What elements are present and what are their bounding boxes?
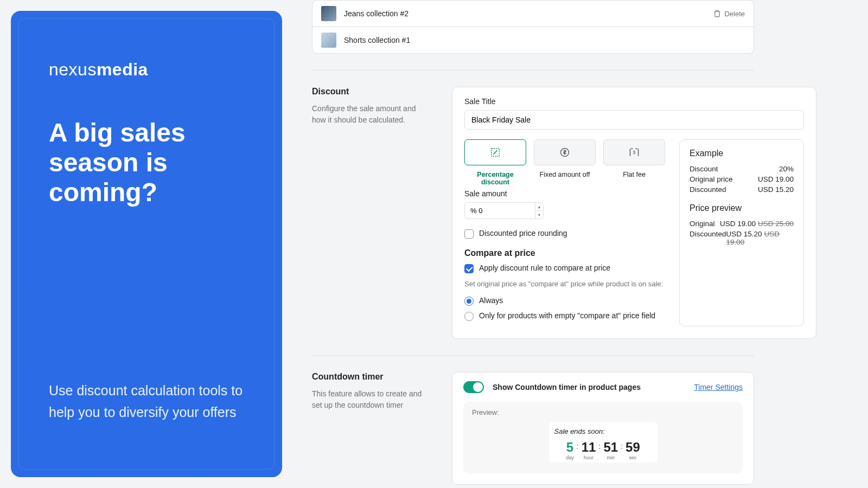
sale-title-label: Sale Title [464, 97, 804, 106]
timer-card: Show Countdown timer in product pages Ti… [452, 372, 754, 485]
discount-card: Sale Title Percentage discount Fixe [452, 87, 816, 339]
collection-thumb-icon [321, 33, 336, 48]
timer-widget: Sale ends soon: 5day 11hour 51min 59sec [549, 422, 658, 463]
sale-amount-label: Sale amount [464, 189, 665, 198]
timer-headline: Sale ends soon: [553, 427, 653, 435]
svg-line-1 [493, 150, 497, 154]
price-tag-icon: $ [628, 147, 640, 158]
brand-logo: nexusmedia [49, 60, 244, 80]
sale-title-input[interactable] [464, 110, 804, 130]
divider [312, 70, 754, 70]
radio-only-empty[interactable]: Only for products with empty "compare at… [464, 311, 665, 321]
timer-settings-link[interactable]: Timer Settings [694, 383, 743, 391]
price-preview-title: Price preview [690, 203, 794, 213]
section-title-timer: Countdown timer [312, 372, 430, 382]
section-title-discount: Discount [312, 87, 430, 97]
example-panel: Example Discount20% Original priceUSD 19… [679, 139, 804, 326]
section-desc-discount: Configure the sale amount and how it sho… [312, 103, 430, 126]
preview-label: Preview: [472, 408, 734, 416]
section-desc-timer: This feature allows to create and set up… [312, 388, 430, 411]
discount-type-flat[interactable]: $ Flat fee [603, 139, 665, 186]
radio-always[interactable]: Always [464, 296, 665, 306]
sale-amount-input[interactable] [464, 202, 535, 219]
apply-compare-checkbox[interactable]: Apply discount rule to compare at price [464, 264, 665, 273]
step-down-icon[interactable]: ▼ [535, 211, 543, 219]
collection-name: Shorts collection #1 [344, 36, 745, 44]
compare-heading: Compare at price [464, 248, 665, 258]
rounding-checkbox[interactable]: Discounted price rounding [464, 229, 665, 239]
sale-amount-stepper[interactable]: ▲ ▼ [464, 202, 665, 219]
promo-headline: A big sales season is coming? [49, 118, 244, 208]
compare-hint: Set original price as "compare at" price… [464, 279, 665, 290]
collection-row[interactable]: Jeans collection #2 Delete [312, 1, 754, 27]
collection-row[interactable]: Shorts collection #1 [312, 27, 754, 53]
divider [312, 355, 754, 356]
discount-type-fixed[interactable]: Fixed amount off [534, 139, 596, 186]
timer-preview: Preview: Sale ends soon: 5day 11hour 51m… [463, 402, 743, 473]
timer-toggle-label: Show Countdown timer in product pages [493, 383, 685, 391]
collection-thumb-icon [321, 6, 336, 21]
timer-toggle[interactable] [463, 381, 484, 393]
example-title: Example [690, 149, 794, 158]
step-up-icon[interactable]: ▲ [535, 203, 543, 211]
dollar-icon [559, 147, 570, 158]
percentage-icon [489, 146, 501, 158]
discount-type-percentage[interactable]: Percentage discount [464, 139, 526, 186]
promo-card: nexusmedia A big sales season is coming?… [11, 11, 282, 477]
collection-name: Jeans collection #2 [344, 9, 706, 18]
collections-card: Jeans collection #2 Delete Shorts collec… [312, 0, 754, 54]
svg-text:$: $ [633, 150, 636, 155]
promo-subtitle: Use discount calculation tools to help y… [49, 380, 244, 423]
trash-icon [713, 10, 721, 17]
delete-button[interactable]: Delete [713, 10, 745, 18]
